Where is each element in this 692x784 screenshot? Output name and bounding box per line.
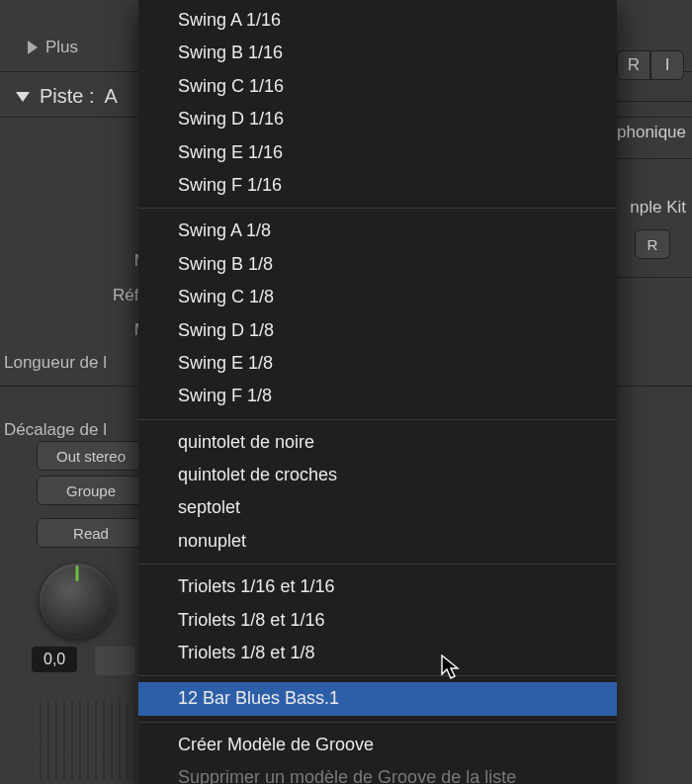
record-input-segment[interactable]: R I [617, 50, 684, 80]
record-button-label: R [648, 236, 658, 253]
pan-value[interactable]: 0,0 [32, 647, 77, 672]
secondary-box[interactable] [95, 647, 134, 675]
segment-r[interactable]: R [617, 50, 650, 80]
plus-label: Plus [45, 38, 78, 57]
output-button-label: Out stereo [56, 448, 126, 465]
segment-i[interactable]: I [650, 50, 684, 80]
menu-item[interactable]: Triolets 1/8 et 1/8 [138, 637, 617, 669]
right-text: nple Kit [630, 198, 686, 218]
disclosure-right-icon [28, 41, 38, 54]
pan-knob[interactable] [40, 564, 115, 639]
param-label: M [0, 251, 148, 271]
menu-item[interactable]: Swing E 1/8 [138, 347, 617, 380]
menu-item[interactable]: Swing B 1/8 [138, 248, 617, 281]
menu-divider [138, 419, 617, 420]
param-label: Décalage de l [4, 420, 152, 440]
menu-divider [138, 208, 617, 209]
read-button-label: Read [73, 525, 109, 542]
param-label: M [0, 320, 148, 340]
knob-indicator-icon [76, 566, 79, 581]
menu-item[interactable]: Swing A 1/16 [138, 4, 617, 37]
menu-item[interactable]: quintolet de noire [138, 426, 617, 459]
menu-item[interactable]: Swing F 1/16 [138, 169, 617, 202]
menu-item[interactable]: Swing D 1/16 [138, 103, 617, 135]
read-button[interactable]: Read [37, 518, 145, 548]
menu-item[interactable]: Swing B 1/16 [138, 37, 617, 69]
menu-item[interactable]: Swing C 1/8 [138, 281, 617, 313]
menu-item: Supprimer un modèle de Groove de la list… [138, 761, 617, 784]
param-label: Longueur de l [4, 353, 152, 373]
group-button-label: Groupe [66, 482, 116, 499]
menu-item[interactable]: nonuplet [138, 525, 617, 558]
group-button[interactable]: Groupe [37, 476, 145, 505]
piste-label: Piste : [40, 85, 95, 108]
menu-item[interactable]: 12 Bar Blues Bass.1 [138, 682, 617, 715]
menu-item[interactable]: Créer Modèle de Groove [138, 729, 617, 761]
param-label: Réfo [0, 286, 148, 305]
menu-divider [138, 722, 617, 723]
piste-row[interactable]: Piste : A [16, 85, 118, 108]
menu-item[interactable]: septolet [138, 491, 617, 524]
menu-item[interactable]: Swing D 1/8 [138, 314, 617, 347]
menu-item[interactable]: Swing E 1/16 [138, 136, 617, 169]
output-button[interactable]: Out stereo [37, 441, 145, 471]
menu-divider [138, 675, 617, 676]
menu-item[interactable]: Swing C 1/16 [138, 70, 617, 103]
menu-item[interactable]: quintolet de croches [138, 459, 617, 491]
disclosure-down-icon [16, 92, 30, 102]
record-button[interactable]: R [635, 229, 670, 259]
menu-item[interactable]: Triolets 1/16 et 1/16 [138, 570, 617, 603]
piste-value: A [105, 85, 118, 108]
menu-item[interactable]: Swing F 1/8 [138, 380, 617, 412]
menu-item[interactable]: Swing A 1/8 [138, 215, 617, 247]
right-text: phonique [617, 123, 686, 142]
quantize-menu[interactable]: Swing A 1/16Swing B 1/16Swing C 1/16Swin… [138, 0, 617, 784]
menu-divider [138, 564, 617, 565]
menu-item[interactable]: Triolets 1/8 et 1/16 [138, 604, 617, 637]
plus-row[interactable]: Plus [28, 38, 78, 57]
